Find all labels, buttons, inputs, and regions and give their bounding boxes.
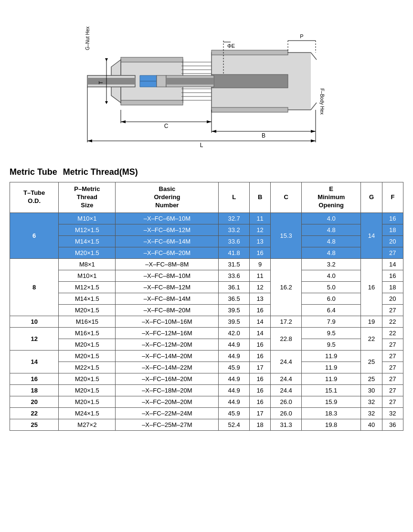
cell-E: 4.8 <box>301 224 361 235</box>
cell-E: 11.9 <box>301 373 361 384</box>
cell-order: –X–FC–8M–14M <box>116 293 219 304</box>
svg-text:C: C <box>164 123 168 129</box>
cell-thread: M16×1.5 <box>59 327 116 339</box>
cell-F: 22 <box>382 327 403 339</box>
cell-E: 9.5 <box>301 339 361 350</box>
cell-thread: M20×1.5 <box>59 304 116 316</box>
cell-F: 18 <box>382 224 403 235</box>
cell-ttube: 12 <box>10 327 59 350</box>
cell-L: 44.9 <box>219 339 250 350</box>
data-table: T–TubeO.D. P–MetricThreadSize BasicOrder… <box>10 182 403 431</box>
cell-L: 32.7 <box>219 213 250 224</box>
cell-thread: M20×1.5 <box>59 396 116 407</box>
cell-C: 17.2 <box>271 316 302 327</box>
cell-C: 22.8 <box>271 327 302 350</box>
cell-L: 44.9 <box>219 384 250 396</box>
col-G: G <box>361 182 382 213</box>
cell-B: 17 <box>250 362 271 373</box>
cell-ttube: 6 <box>10 213 59 258</box>
cell-E: 4.0 <box>301 213 361 224</box>
table-row: M12×1.5–X–FC–8M–12M36.1125.018 <box>10 281 403 293</box>
cell-G: 40 <box>361 419 382 430</box>
cell-thread: M14×1.5 <box>59 235 116 247</box>
col-C: C <box>271 182 302 213</box>
col-pmetric: P–MetricThreadSize <box>59 182 116 213</box>
col-L: L <box>219 182 250 213</box>
cell-B: 17 <box>250 407 271 419</box>
cell-C: 15.3 <box>271 213 302 258</box>
cell-order: –X–FC–8M–8M <box>116 258 219 270</box>
cell-B: 16 <box>250 396 271 407</box>
cell-B: 13 <box>250 293 271 304</box>
cell-E: 5.0 <box>301 281 361 293</box>
cell-G: 30 <box>361 384 382 396</box>
table-row: 6M10×1–X–FC–6M–10M32.71115.34.01416 <box>10 213 403 224</box>
cell-C: 16.2 <box>271 258 302 316</box>
cell-order: –X–FC–6M–20M <box>116 247 219 258</box>
svg-text:B: B <box>261 132 265 139</box>
table-section: Metric Tube Metric Thread(MS) T–TubeO.D.… <box>10 167 403 431</box>
cell-F: 20 <box>382 235 403 247</box>
cell-thread: M12×1.5 <box>59 224 116 235</box>
svg-rect-45 <box>166 78 214 85</box>
cell-B: 14 <box>250 316 271 327</box>
table-row: M22×1.5–X–FC–14M–22M45.91711.927 <box>10 362 403 373</box>
cell-L: 33.6 <box>219 235 250 247</box>
cell-F: 16 <box>382 213 403 224</box>
cell-F: 27 <box>382 384 403 396</box>
cell-thread: M10×1 <box>59 213 116 224</box>
cell-F: 27 <box>382 396 403 407</box>
cell-E: 15.9 <box>301 396 361 407</box>
cell-B: 13 <box>250 235 271 247</box>
cell-B: 18 <box>250 419 271 430</box>
table-row: M20×1.5–X–FC–6M–20M41.8164.827 <box>10 247 403 258</box>
table-row: M20×1.5–X–FC–12M–20M44.9169.527 <box>10 339 403 350</box>
cell-thread: M22×1.5 <box>59 362 116 373</box>
cell-G: 32 <box>361 407 382 419</box>
cell-E: 3.2 <box>301 258 361 270</box>
cell-thread: M20×1.5 <box>59 373 116 384</box>
cell-ttube: 16 <box>10 373 59 384</box>
cell-F: 27 <box>382 350 403 362</box>
cell-order: –X–FC–14M–22M <box>116 362 219 373</box>
cell-thread: M8×1 <box>59 258 116 270</box>
svg-text:G–Nut Hex: G–Nut Hex <box>85 27 90 50</box>
table-row: 18M20×1.5–X–FC–18M–20M44.91624.415.13027 <box>10 384 403 396</box>
cell-order: –X–FC–8M–12M <box>116 281 219 293</box>
cell-G: 25 <box>361 350 382 373</box>
cell-order: –X–FC–6M–12M <box>116 224 219 235</box>
svg-rect-23 <box>212 74 288 88</box>
cell-thread: M12×1.5 <box>59 281 116 293</box>
cell-G: 16 <box>361 258 382 316</box>
cell-order: –X–FC–25M–27M <box>116 419 219 430</box>
table-row: 12M16×1.5–X–FC–12M–16M42.01422.89.52222 <box>10 327 403 339</box>
diagram-svg: T G–Nut Hex F–Body Hex P ΦE C <box>83 14 331 148</box>
cell-E: 4.8 <box>301 247 361 258</box>
cell-B: 11 <box>250 270 271 281</box>
cell-E: 4.8 <box>301 235 361 247</box>
svg-marker-41 <box>140 75 157 81</box>
cell-E: 19.8 <box>301 419 361 430</box>
cell-order: –X–FC–8M–10M <box>116 270 219 281</box>
cell-E: 9.5 <box>301 327 361 339</box>
cell-L: 45.9 <box>219 362 250 373</box>
col-B: B <box>250 182 271 213</box>
svg-text:F–Body Hex: F–Body Hex <box>319 88 325 115</box>
cell-order: –X–FC–6M–14M <box>116 235 219 247</box>
table-row: 10M16×15–X–FC–10M–16M39.51417.27.91922 <box>10 316 403 327</box>
cell-order: –X–FC–14M–20M <box>116 350 219 362</box>
cell-F: 14 <box>382 258 403 270</box>
table-row: M14×1.5–X–FC–6M–14M33.6134.820 <box>10 235 403 247</box>
cell-ttube: 22 <box>10 407 59 419</box>
cell-L: 42.0 <box>219 327 250 339</box>
cell-ttube: 18 <box>10 384 59 396</box>
table-row: M10×1–X–FC–8M–10M33.6114.016 <box>10 270 403 281</box>
cell-L: 39.5 <box>219 304 250 316</box>
table-row: M12×1.5–X–FC–6M–12M33.2124.818 <box>10 224 403 235</box>
cell-thread: M20×1.5 <box>59 247 116 258</box>
svg-text:P: P <box>300 33 303 39</box>
cell-B: 16 <box>250 339 271 350</box>
table-row: 8M8×1–X–FC–8M–8M31.5916.23.21614 <box>10 258 403 270</box>
cell-L: 52.4 <box>219 419 250 430</box>
cell-L: 36.5 <box>219 293 250 304</box>
